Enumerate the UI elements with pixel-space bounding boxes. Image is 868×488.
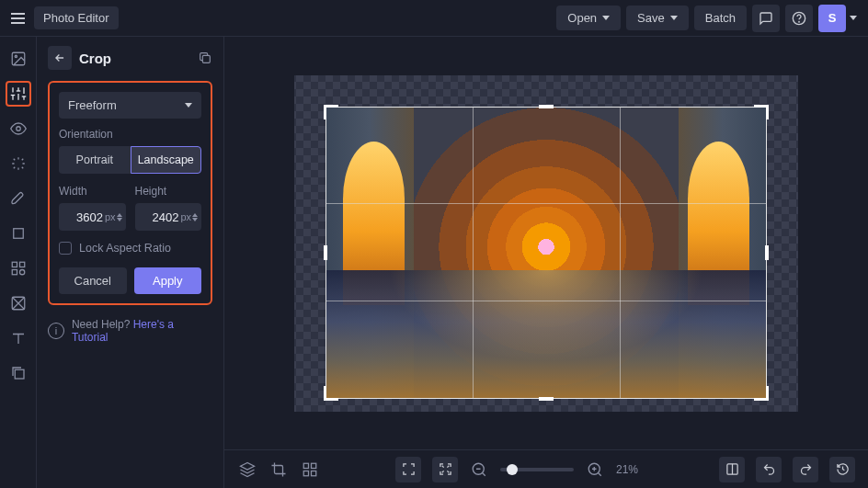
sparkle-tool-icon[interactable] (6, 151, 31, 176)
tool-rail (0, 37, 37, 488)
crop-handle-tl[interactable] (324, 105, 338, 119)
grid-line (326, 203, 767, 204)
apply-button[interactable]: Apply (134, 267, 202, 294)
crop-preset-dropdown[interactable]: Freeform (59, 92, 201, 119)
topbar: Photo Editor Open Save Batch S (0, 0, 868, 37)
canvas-area: 21% (224, 37, 868, 488)
help-icon[interactable] (785, 5, 813, 32)
bottom-toolbar: 21% (224, 449, 868, 488)
crop-panel: Crop Freeform Orientation Portrait Lands… (37, 37, 224, 488)
crop-handle-top[interactable] (539, 105, 554, 108)
svg-point-3 (15, 55, 17, 57)
landscape-option[interactable]: Landscape (131, 146, 202, 174)
fullscreen-icon[interactable] (395, 457, 421, 482)
crop-region[interactable] (326, 107, 767, 399)
zoom-value: 21% (616, 463, 644, 476)
undo-icon[interactable] (756, 457, 782, 482)
copy-icon[interactable] (198, 51, 212, 65)
crop-handle-bl[interactable] (324, 386, 338, 401)
chevron-down-icon[interactable] (850, 16, 857, 20)
svg-rect-15 (12, 262, 17, 267)
checkbox-icon (59, 242, 72, 255)
svg-rect-21 (202, 55, 210, 62)
avatar-letter: S (828, 11, 837, 25)
frame-tool-icon[interactable] (6, 221, 31, 246)
text-tool-icon[interactable] (6, 325, 31, 351)
history-icon[interactable] (829, 457, 855, 482)
grid-line (326, 301, 767, 301)
info-icon: i (48, 323, 64, 339)
portrait-option[interactable]: Portrait (59, 146, 131, 174)
svg-point-13 (16, 127, 20, 131)
height-input[interactable] (143, 210, 179, 224)
chevron-down-icon (185, 103, 192, 108)
comment-icon[interactable] (752, 5, 780, 32)
crop-border (326, 107, 767, 399)
svg-point-18 (19, 270, 24, 275)
height-step-up[interactable] (192, 213, 198, 217)
svg-point-1 (799, 21, 800, 22)
panel-title: Crop (79, 51, 190, 66)
height-step-down[interactable] (192, 218, 198, 221)
svg-rect-16 (19, 262, 24, 267)
crop-handle-bottom[interactable] (539, 397, 554, 401)
layers-tool-icon[interactable] (6, 360, 31, 386)
eye-tool-icon[interactable] (6, 116, 31, 142)
avatar[interactable]: S (818, 5, 846, 32)
help-text: Need Help? Here's a Tutorial (72, 318, 212, 344)
svg-rect-20 (15, 369, 24, 379)
svg-rect-23 (312, 463, 316, 468)
grid-icon[interactable] (300, 460, 320, 480)
open-label: Open (567, 11, 597, 25)
orientation-toggle: Portrait Landscape (59, 146, 201, 174)
grid-line (620, 107, 621, 399)
adjust-tool-icon[interactable] (6, 81, 31, 107)
batch-label: Batch (705, 11, 736, 25)
brush-tool-icon[interactable] (6, 186, 31, 211)
zoom-thumb[interactable] (507, 464, 518, 475)
back-button[interactable] (48, 46, 72, 70)
help-row: i Need Help? Here's a Tutorial (48, 318, 212, 344)
height-input-wrap: px (135, 203, 202, 231)
menu-icon[interactable] (11, 13, 25, 24)
zoom-in-icon[interactable] (585, 460, 605, 480)
svg-rect-22 (303, 463, 308, 468)
cancel-button[interactable]: Cancel (59, 267, 127, 294)
redo-icon[interactable] (793, 457, 818, 482)
crop-handle-right[interactable] (765, 245, 769, 260)
overlay-tool-icon[interactable] (6, 290, 31, 316)
zoom-slider[interactable] (500, 468, 574, 471)
save-button[interactable]: Save (626, 6, 689, 30)
save-label: Save (637, 11, 665, 25)
elements-tool-icon[interactable] (6, 255, 31, 281)
zoom-out-icon[interactable] (469, 460, 489, 480)
layers-icon[interactable] (237, 460, 257, 480)
fit-icon[interactable] (432, 457, 458, 482)
crop-handle-tr[interactable] (754, 105, 769, 119)
open-button[interactable]: Open (556, 6, 621, 30)
svg-rect-24 (303, 471, 308, 475)
image-tool-icon[interactable] (6, 46, 31, 72)
width-step-down[interactable] (117, 218, 122, 221)
svg-rect-17 (12, 270, 17, 275)
app-title: Photo Editor (34, 6, 119, 29)
preset-value: Freeform (68, 98, 117, 112)
svg-rect-25 (312, 471, 316, 475)
unit-label: px (105, 211, 116, 222)
image-canvas[interactable] (294, 75, 798, 412)
crop-settings-highlight: Freeform Orientation Portrait Landscape … (48, 81, 212, 305)
chevron-down-icon (602, 16, 610, 20)
lock-aspect-label: Lock Aspect Ratio (79, 242, 171, 255)
crop-icon[interactable] (268, 460, 289, 480)
crop-handle-br[interactable] (754, 386, 769, 401)
unit-label: px (181, 211, 192, 222)
batch-button[interactable]: Batch (694, 6, 747, 30)
width-input[interactable] (66, 210, 103, 224)
orientation-label: Orientation (59, 128, 201, 141)
crop-handle-left[interactable] (324, 245, 327, 260)
compare-icon[interactable] (719, 457, 745, 482)
width-input-wrap: px (59, 203, 126, 231)
width-step-up[interactable] (117, 213, 122, 217)
lock-aspect-checkbox[interactable]: Lock Aspect Ratio (59, 242, 201, 255)
width-label: Width (59, 185, 126, 198)
